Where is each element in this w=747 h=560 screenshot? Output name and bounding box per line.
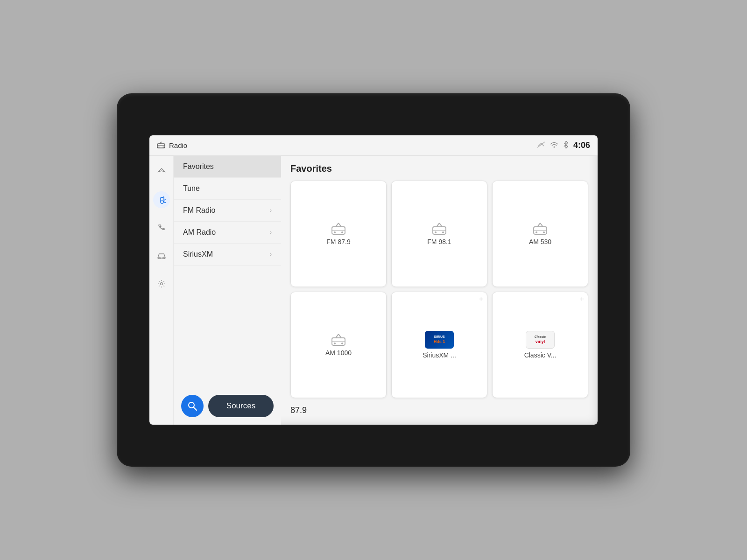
menu-label-siriusxm: SiriusXM	[183, 250, 213, 259]
svg-line-35	[336, 334, 338, 338]
wifi-icon	[550, 141, 558, 149]
menu-label-tune: Tune	[183, 184, 200, 193]
tile-label-classic-vinyl: Classic V...	[524, 351, 557, 359]
status-bar: 4:06	[537, 140, 590, 150]
radio-tile-icon	[331, 333, 346, 346]
menu-label-am-radio: AM Radio	[183, 228, 216, 237]
top-bar-left: Radio	[157, 141, 187, 150]
tile-label-am-1000: AM 1000	[325, 349, 352, 357]
svg-line-30	[540, 223, 543, 227]
right-content: Favorites FM 87.9	[281, 156, 598, 425]
tile-label-siriusxm: SiriusXM ...	[423, 351, 456, 359]
svg-point-27	[536, 231, 537, 233]
svg-point-2	[159, 147, 160, 147]
menu-label-favorites: Favorites	[183, 162, 214, 171]
now-playing-bar: 87.9	[290, 404, 588, 417]
radio-app-icon	[157, 141, 165, 150]
favorites-grid: FM 87.9 FM 98.1	[290, 181, 588, 398]
favorite-tile-classic-vinyl[interactable]: + Classic vinyl Classic V...	[492, 292, 588, 398]
top-bar: Radio	[149, 135, 598, 156]
menu-item-tune[interactable]: Tune	[174, 178, 281, 200]
add-icon-classic-vinyl: +	[580, 295, 584, 303]
favorites-heading: Favorites	[290, 163, 588, 174]
svg-line-36	[338, 334, 341, 338]
svg-point-21	[435, 231, 437, 233]
music-icon-button[interactable]	[153, 191, 170, 208]
svg-line-17	[336, 223, 338, 227]
screen: Radio	[149, 135, 598, 425]
sources-button[interactable]: Sources	[208, 395, 274, 417]
siriusxm-chevron-icon: ›	[270, 251, 272, 258]
bluetooth-icon	[563, 141, 569, 150]
svg-point-10	[160, 283, 162, 285]
svg-point-15	[334, 231, 336, 233]
svg-point-6	[553, 147, 555, 148]
car-bezel: Radio	[117, 93, 630, 467]
car-icon-button[interactable]	[153, 247, 170, 264]
fm-radio-chevron-icon: ›	[270, 207, 272, 214]
svg-line-5	[537, 142, 545, 147]
svg-point-3	[163, 147, 164, 147]
svg-point-11	[189, 402, 194, 408]
favorite-tile-am-1000[interactable]: AM 1000	[290, 292, 387, 398]
svg-line-24	[439, 223, 442, 227]
sidebar-icons	[149, 156, 174, 425]
favorite-tile-siriusxm[interactable]: + SIRIUS Hits 1 SiriusXM ...	[391, 292, 487, 398]
menu-label-fm-radio: FM Radio	[183, 206, 215, 215]
radio-tile-icon	[432, 222, 447, 235]
clock: 4:06	[573, 140, 590, 150]
tile-label-fm-98-1: FM 98.1	[427, 238, 451, 245]
tile-label-fm-87-9: FM 87.9	[326, 238, 350, 245]
svg-line-23	[437, 223, 439, 227]
favorite-tile-am-530[interactable]: AM 530	[492, 181, 588, 287]
svg-point-22	[442, 231, 444, 233]
svg-line-7	[161, 197, 164, 198]
settings-icon-button[interactable]	[153, 275, 170, 292]
svg-point-33	[334, 343, 336, 344]
search-button[interactable]	[181, 395, 204, 417]
menu-item-fm-radio[interactable]: FM Radio ›	[174, 200, 281, 222]
menu-item-am-radio[interactable]: AM Radio ›	[174, 222, 281, 244]
add-icon-siriusxm: +	[479, 295, 483, 303]
app-title: Radio	[169, 141, 187, 149]
siriusxm-logo: SIRIUS Hits 1	[425, 331, 454, 349]
radio-tile-icon	[331, 222, 346, 235]
svg-line-18	[338, 223, 341, 227]
bottom-buttons: Sources	[174, 387, 281, 425]
svg-point-34	[341, 343, 343, 344]
menu-item-favorites[interactable]: Favorites	[174, 156, 281, 178]
nav-icon-button[interactable]	[153, 163, 170, 180]
svg-line-12	[194, 407, 197, 410]
left-menu: Favorites Tune FM Radio › AM Radio › Sir…	[174, 156, 281, 425]
svg-line-29	[537, 223, 540, 227]
no-signal-icon	[537, 141, 545, 149]
menu-item-siriusxm[interactable]: SiriusXM ›	[174, 244, 281, 266]
favorite-tile-fm-98-1[interactable]: FM 98.1	[391, 181, 487, 287]
favorite-tile-fm-87-9[interactable]: FM 87.9	[290, 181, 387, 287]
svg-point-28	[543, 231, 545, 233]
tile-label-am-530: AM 530	[529, 238, 551, 245]
radio-tile-icon	[533, 222, 548, 235]
main-content: Favorites Tune FM Radio › AM Radio › Sir…	[149, 156, 598, 425]
phone-icon-button[interactable]	[153, 219, 170, 236]
classic-vinyl-logo: Classic vinyl	[526, 331, 555, 349]
svg-point-16	[341, 231, 343, 233]
am-radio-chevron-icon: ›	[270, 229, 272, 236]
